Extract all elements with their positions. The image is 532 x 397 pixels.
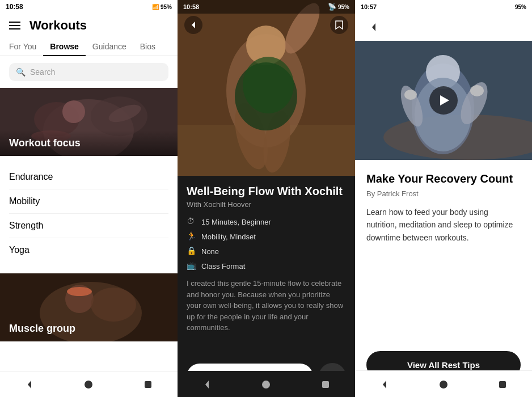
meta-format: 📺 Class Format bbox=[187, 261, 346, 271]
svg-point-42 bbox=[470, 85, 484, 96]
nav-home-p1[interactable] bbox=[81, 377, 96, 392]
format-icon: 📺 bbox=[187, 261, 197, 271]
svg-rect-33 bbox=[322, 381, 329, 388]
workout-hero-image bbox=[178, 0, 355, 176]
focus-list: Endurance Mobility Strength Yoga bbox=[0, 156, 178, 271]
status-time-p1: 10:58 bbox=[6, 3, 23, 11]
workout-focus-hero[interactable]: Workout focus bbox=[0, 88, 178, 156]
svg-marker-12 bbox=[28, 381, 31, 388]
status-bar-p3: 10:57 95% bbox=[355, 0, 532, 14]
bottom-nav-p2 bbox=[178, 371, 355, 397]
app-header: Workouts bbox=[0, 14, 178, 37]
svg-point-11 bbox=[67, 287, 92, 296]
svg-point-45 bbox=[440, 381, 447, 388]
play-icon bbox=[440, 95, 449, 105]
tab-bar: For You Browse Guidance Bios bbox=[0, 37, 178, 56]
focus-item-yoga[interactable]: Yoga bbox=[9, 238, 168, 262]
svg-point-13 bbox=[85, 381, 92, 388]
meta-type-text: Mobility, Mindset bbox=[201, 233, 256, 241]
nav-back-p2[interactable] bbox=[199, 377, 215, 392]
article-author: By Patrick Frost bbox=[366, 189, 521, 198]
svg-marker-24 bbox=[192, 22, 195, 28]
status-time-p3: 10:57 bbox=[361, 3, 377, 10]
tab-guidance[interactable]: Guidance bbox=[86, 37, 133, 56]
figure-icon: 🏃 bbox=[187, 231, 197, 242]
battery-text-p2: 95% bbox=[338, 4, 349, 10]
focus-item-mobility[interactable]: Mobility bbox=[9, 189, 168, 214]
cast-icon: 📡 bbox=[328, 3, 336, 11]
workout-meta: ⏱ 15 Minutes, Beginner 🏃 Mobility, Minds… bbox=[187, 217, 346, 271]
nav-recents-p1[interactable] bbox=[140, 377, 156, 392]
workout-focus-overlay: Workout focus bbox=[0, 130, 178, 156]
bookmark-button[interactable] bbox=[330, 16, 348, 34]
panel-workouts: 10:58 📶 95% Workouts For You Browse Guid… bbox=[0, 0, 178, 397]
play-button[interactable] bbox=[429, 86, 458, 115]
meta-type: 🏃 Mobility, Mindset bbox=[187, 231, 346, 242]
battery-text-p3: 95% bbox=[515, 4, 526, 10]
svg-marker-34 bbox=[372, 23, 375, 31]
svg-rect-46 bbox=[499, 381, 506, 388]
muscle-group-label: Muscle group bbox=[9, 323, 75, 334]
workout-focus-label: Workout focus bbox=[9, 137, 81, 149]
app-title: Workouts bbox=[29, 18, 87, 33]
meta-equipment: 🔒 None bbox=[187, 246, 346, 256]
status-bar-p2: 10:58 📡 95% bbox=[178, 0, 355, 14]
focus-item-endurance[interactable]: Endurance bbox=[9, 165, 168, 189]
bottom-nav-p3 bbox=[355, 370, 532, 397]
svg-point-4 bbox=[62, 100, 85, 123]
svg-marker-25 bbox=[336, 21, 343, 29]
bottom-nav-p1 bbox=[0, 371, 178, 397]
svg-marker-31 bbox=[205, 381, 209, 388]
panel-recovery: 10:57 95% bbox=[355, 0, 532, 397]
nav-back-p1[interactable] bbox=[22, 377, 37, 392]
article-title: Make Your Recovery Count bbox=[366, 171, 521, 186]
svg-point-23 bbox=[243, 57, 294, 113]
recovery-header bbox=[355, 14, 532, 41]
recovery-content: Make Your Recovery Count By Patrick Fros… bbox=[355, 160, 532, 397]
tab-for-you[interactable]: For You bbox=[2, 37, 43, 56]
tab-browse[interactable]: Browse bbox=[43, 37, 86, 56]
status-time-p2: 10:58 bbox=[183, 3, 199, 10]
nav-back-p3[interactable] bbox=[377, 377, 392, 392]
nav-recents-p3[interactable] bbox=[495, 377, 510, 392]
search-input[interactable]: Search bbox=[30, 67, 55, 77]
equipment-icon: 🔒 bbox=[187, 246, 197, 256]
meta-equipment-text: None bbox=[201, 247, 219, 256]
nav-home-p3[interactable] bbox=[436, 377, 451, 392]
meta-duration-text: 15 Minutes, Beginner bbox=[201, 218, 271, 226]
focus-item-strength[interactable]: Strength bbox=[9, 214, 168, 238]
muscle-group-hero[interactable]: Muscle group bbox=[0, 273, 178, 341]
back-button-p2[interactable] bbox=[184, 16, 202, 34]
article-description: Learn how to feed your body using nutrit… bbox=[366, 206, 521, 340]
status-icons-p3: 95% bbox=[515, 4, 526, 10]
nav-recents-p2[interactable] bbox=[318, 377, 333, 392]
signal-icon: 📶 bbox=[152, 4, 159, 10]
status-icons-p1: 📶 95% bbox=[152, 4, 172, 10]
status-icons-p2: 📡 95% bbox=[328, 3, 349, 11]
clock-icon: ⏱ bbox=[187, 217, 197, 227]
nav-home-p2[interactable] bbox=[258, 377, 274, 392]
tab-bios[interactable]: Bios bbox=[133, 37, 162, 56]
meta-format-text: Class Format bbox=[201, 262, 245, 271]
search-bar[interactable]: 🔍 Search bbox=[9, 63, 168, 81]
status-bar-p1: 10:58 📶 95% bbox=[0, 0, 178, 14]
back-button-p3[interactable] bbox=[364, 18, 382, 36]
muscle-group-overlay: Muscle group bbox=[0, 316, 178, 341]
workout-subtitle: With Xochilt Hoover bbox=[187, 200, 346, 209]
svg-marker-44 bbox=[383, 381, 386, 388]
meta-duration: ⏱ 15 Minutes, Beginner bbox=[187, 217, 346, 227]
battery-text-p1: 95% bbox=[161, 4, 172, 10]
svg-rect-14 bbox=[145, 381, 151, 388]
menu-button[interactable] bbox=[9, 22, 20, 29]
search-icon: 🔍 bbox=[16, 67, 26, 77]
panel-workout-detail: 10:58 📡 95% bbox=[178, 0, 355, 397]
hero-bg-p2 bbox=[178, 0, 355, 176]
svg-point-43 bbox=[404, 90, 417, 100]
workout-title: Well-Being Flow With Xochilt bbox=[187, 185, 346, 198]
svg-point-32 bbox=[262, 381, 270, 388]
recovery-video-thumbnail[interactable] bbox=[355, 41, 532, 160]
